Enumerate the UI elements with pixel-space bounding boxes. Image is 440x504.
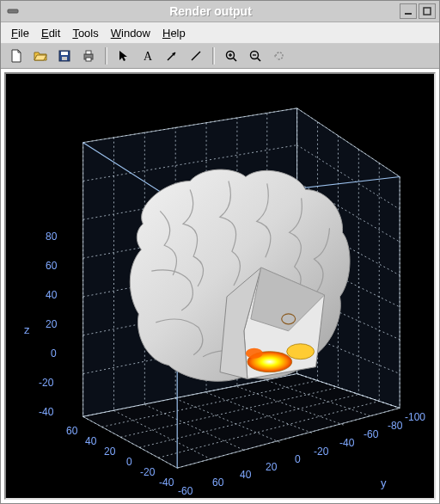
z-tick: 80 [46,230,57,243]
svg-rect-4 [61,52,68,55]
z-tick: 40 [46,289,57,301]
menu-edit[interactable]: Edit [41,27,60,40]
maximize-button[interactable] [419,3,436,19]
line-tool-icon[interactable] [186,46,206,66]
window-frame: Render output File Edit Tools Window Hel… [0,0,440,504]
menu-tools[interactable]: Tools [72,27,98,40]
x-tick: 60 [66,425,77,437]
toolbar-separator [212,47,215,65]
svg-rect-5 [62,57,67,60]
zoom-out-icon[interactable] [245,46,266,66]
z-tick: -40 [39,406,53,418]
minimize-button[interactable] [400,3,417,19]
new-file-icon[interactable] [6,46,27,66]
system-menu-icon[interactable] [4,3,21,20]
arrow-tool-icon[interactable] [162,46,182,66]
x-tick: 40 [85,435,96,447]
y-tick: -80 [388,420,402,432]
svg-text:A: A [144,50,153,63]
y-tick: 20 [266,461,277,473]
y-tick: -100 [405,411,425,423]
menubar: File Edit Tools Window Help [1,22,439,44]
svg-point-70 [246,348,263,359]
z-tick: 20 [46,318,57,330]
svg-line-17 [258,58,261,62]
svg-line-11 [192,52,200,60]
titlebar: Render output [1,1,439,22]
open-file-icon[interactable] [30,46,51,66]
y-tick: -60 [364,428,378,440]
y-tick: -20 [314,446,328,458]
window-buttons [400,3,436,19]
text-tool-icon[interactable]: A [138,46,158,66]
x-tick: -60 [178,485,192,497]
x-tick: 20 [104,446,115,458]
z-tick: 60 [46,260,57,272]
menu-help[interactable]: Help [162,27,186,40]
svg-rect-0 [8,9,18,13]
svg-rect-8 [86,58,91,61]
svg-rect-1 [405,13,412,15]
svg-point-69 [287,344,315,360]
x-tick: -40 [159,476,174,489]
y-tick: -40 [339,437,354,449]
x-tick: -20 [140,466,155,478]
menu-file[interactable]: File [11,27,29,40]
rotate-icon[interactable] [269,46,290,66]
window-title: Render output [21,4,400,18]
z-axis-label: z [24,323,30,336]
y-axis-label: y [381,476,387,489]
y-tick: 40 [240,469,251,481]
y-tick: 60 [212,476,223,489]
z-tick: -20 [39,377,53,389]
z-tick: 0 [51,347,57,360]
menu-window[interactable]: Window [111,27,150,40]
svg-rect-2 [424,8,431,15]
svg-line-13 [234,58,237,62]
pointer-icon[interactable] [113,46,134,66]
y-tick: 0 [295,453,301,465]
print-icon[interactable] [78,46,99,66]
render-viewport[interactable]: 80 60 40 20 0 -20 -40 60 40 20 0 -20 -40… [4,72,436,500]
svg-rect-7 [86,51,91,54]
brain-surface [130,169,350,381]
x-tick: 0 [126,456,132,468]
save-file-icon[interactable] [54,46,75,66]
x-axis-label: x [190,497,196,500]
toolbar: A [1,44,439,69]
toolbar-separator [105,47,107,65]
zoom-in-icon[interactable] [221,46,241,66]
